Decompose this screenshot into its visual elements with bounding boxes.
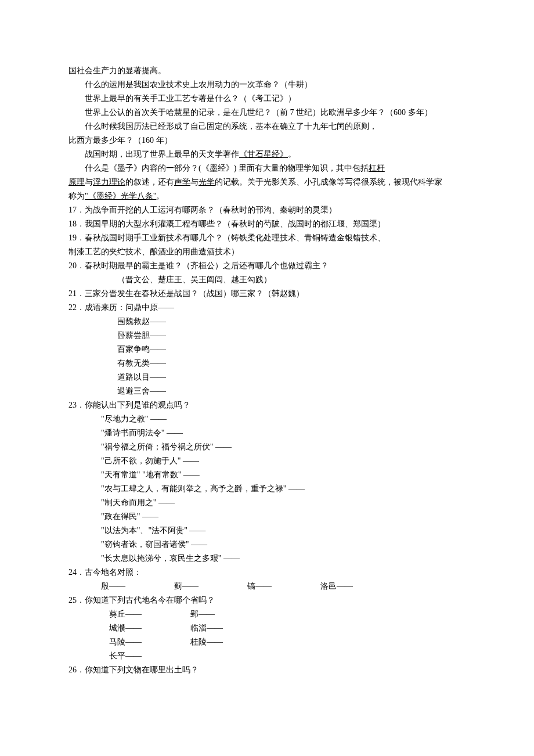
text-line: （晋文公、楚庄王、吴王阖闾、越王勾践）	[68, 273, 470, 287]
text-line: 城濮——临淄——	[68, 621, 470, 635]
text-line: "己所不欲，勿施于人" ——	[68, 454, 470, 468]
text-line: 原理与浮力理论的叙述，还有声学与光学的记载。关于光影关系、小孔成像等写得很系统，…	[68, 175, 470, 189]
text-line: "长太息以掩涕兮，哀民生之多艰" ——	[68, 552, 470, 566]
text-line: 卧薪尝胆——	[68, 329, 470, 343]
text-line: 殷——蓟——镐——洛邑——	[68, 579, 470, 593]
text-line: 制漆工艺的夹纻技术、酿酒业的用曲造酒技术）	[68, 245, 470, 259]
text-line: "祸兮福之所倚；福兮祸之所伏" ——	[68, 440, 470, 454]
text-line: 有教无类——	[68, 357, 470, 370]
text-line: 百家争鸣——	[68, 343, 470, 357]
text-line: "制天命而用之" ——	[68, 496, 470, 510]
text-line: 称为"《墨经》光学八条"。	[68, 189, 470, 203]
text-line: "以法为本"、"法不阿贵" ——	[68, 524, 470, 538]
text-line: 世界上公认的首次关于哈慧星的记录，是在几世纪？（前 7 世纪）比欧洲早多少年？（…	[68, 106, 470, 120]
text-line: 葵丘——郢——	[68, 607, 470, 621]
text-line: 战国时期，出现了世界上最早的天文学著作《甘石星经》。	[68, 147, 470, 161]
text-line: 20．春秋时期最早的霸主是谁？（齐桓公）之后还有哪几个也做过霸主？	[68, 259, 470, 273]
text-line: 世界上最早的有关手工业工艺专著是什么？（《考工记》）	[68, 92, 470, 106]
text-line: 26．你知道下列文物在哪里出土吗？	[68, 663, 470, 677]
text-line: 道路以目——	[68, 370, 470, 384]
text-line: 马陵——桂陵——	[68, 635, 470, 649]
text-line: "燔诗书而明法令" ——	[68, 426, 470, 440]
text-line: 退避三舍——	[68, 384, 470, 398]
text-line: 什么是《墨子》内容的一部分？(《墨经》) 里面有大量的物理学知识，其中包括杠杆	[68, 161, 470, 175]
text-line: "尽地力之教" ——	[68, 412, 470, 426]
text-line: 什么的运用是我国农业技术史上农用动力的一次革命？（牛耕）	[68, 78, 470, 92]
text-line: 22．成语来历：问鼎中原——	[68, 301, 470, 315]
text-line: 23．你能认出下列是谁的观点吗？	[68, 398, 470, 412]
text-line: 19．春秋战国时期手工业新技术有哪几个？（铸铁柔化处理技术、青铜铸造金银错技术、	[68, 231, 470, 245]
document-page: 国社会生产力的显著提高。什么的运用是我国农业技术史上农用动力的一次革命？（牛耕）…	[0, 0, 534, 712]
text-line: "政在得民" ——	[68, 510, 470, 524]
text-line: 18．我国早期的大型水利灌溉工程有哪些？（春秋时的芍陂、战国时的都江堰、郑国渠）	[68, 217, 470, 231]
text-line: 25．你知道下列古代地名今在哪个省吗？	[68, 593, 470, 607]
text-line: 国社会生产力的显著提高。	[68, 64, 470, 78]
text-line: 21．三家分晋发生在春秋还是战国？（战国）哪三家？（韩赵魏）	[68, 287, 470, 301]
text-line: 围魏救赵——	[68, 315, 470, 329]
text-line: 长平——	[68, 649, 470, 663]
text-line: "农与工肆之人，有能则举之，高予之爵，重予之禄" ——	[68, 482, 470, 496]
text-line: 比西方最多少年？（160 年）	[68, 134, 470, 147]
text-line: 什么时候我国历法已经形成了自己固定的系统，基本在确立了十九年七闰的原则，	[68, 120, 470, 134]
text-line: "天有常道" "地有常数" ——	[68, 468, 470, 482]
text-line: 24．古今地名对照：	[68, 566, 470, 579]
text-line: "窃钩者诛，窃国者诸侯" ——	[68, 538, 470, 552]
text-line: 17．为战争而开挖的人工运河有哪两条？（春秋时的邗沟、秦朝时的灵渠）	[68, 203, 470, 217]
